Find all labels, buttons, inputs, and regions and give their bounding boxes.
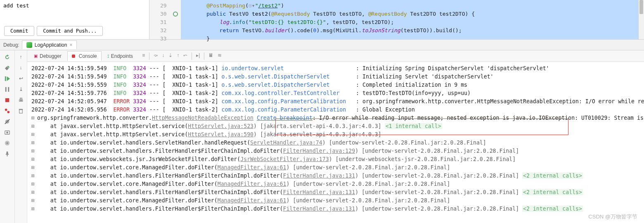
run-gutter-icon[interactable]	[173, 12, 178, 17]
svg-rect-12	[19, 109, 23, 109]
close-icon[interactable]: ×	[69, 42, 72, 48]
threads-icon[interactable]: ≡	[142, 52, 145, 60]
console-side-actions: ↑ ↓ ↩ ⤓ 🖶	[15, 50, 27, 223]
clear-icon[interactable]	[17, 107, 25, 115]
trace-icon[interactable]: ≋	[218, 52, 222, 60]
run-config-label: LogApplication	[35, 42, 67, 48]
scroll-end-icon[interactable]: ⤓	[17, 85, 25, 93]
run-config-tab[interactable]: LogApplication ×	[22, 40, 77, 49]
watermark: CSDN @万物皆字节	[588, 213, 637, 221]
drop-frame-icon[interactable]: ⤺	[183, 52, 187, 60]
console-output[interactable]: 2022-07-24 14:51:59.549 INFO 3324 --- [ …	[27, 62, 644, 223]
commit-button[interactable]: Commit	[4, 26, 34, 36]
resume-icon[interactable]	[3, 74, 12, 83]
step-out-icon[interactable]: ↑	[177, 52, 179, 60]
run-to-cursor-icon[interactable]: ▸|	[196, 52, 200, 60]
spring-run-icon	[26, 42, 32, 48]
force-step-into-icon[interactable]: ⇣	[168, 52, 173, 60]
commit-message-input[interactable]	[0, 0, 149, 23]
debug-tabs: ▣Debugger Console ⟟Endpoints ≡ ⤼ ↓ ⇣ ↑ ⤺…	[27, 50, 644, 62]
tab-console[interactable]: Console	[67, 51, 102, 61]
svg-rect-11	[19, 109, 23, 113]
print-icon[interactable]: 🖶	[17, 96, 25, 104]
pause-icon[interactable]	[3, 85, 12, 93]
rerun-icon[interactable]	[3, 53, 12, 61]
commit-and-push-button[interactable]: Commit and Push...	[37, 26, 103, 36]
globe-icon: ☉▾	[249, 2, 255, 9]
debug-side-actions	[0, 50, 15, 223]
tab-debugger[interactable]: ▣Debugger	[30, 52, 66, 61]
url-path[interactable]: /test2	[258, 2, 278, 9]
editor-scrollbar[interactable]	[638, 0, 644, 39]
console-icon	[72, 55, 75, 58]
debug-title: Debug:	[3, 42, 19, 48]
view-breakpoints-icon[interactable]	[3, 107, 12, 115]
svg-rect-1	[5, 87, 7, 91]
svg-rect-3	[5, 98, 9, 102]
line-numbers: 2930313233	[149, 0, 170, 39]
settings-icon[interactable]	[3, 139, 12, 147]
pin-icon[interactable]	[3, 149, 12, 158]
svg-rect-2	[8, 87, 9, 91]
soft-wrap-icon[interactable]: ↩	[17, 74, 25, 83]
step-into-icon[interactable]: ↓	[162, 52, 164, 60]
gutter-icons[interactable]	[170, 0, 181, 39]
svg-point-9	[6, 131, 8, 133]
up-stack-icon[interactable]: ↑	[17, 53, 25, 61]
mute-breakpoints-icon[interactable]	[3, 117, 12, 126]
screenshot-icon[interactable]	[3, 128, 12, 136]
annotation: @PostMapping	[206, 2, 245, 9]
tab-endpoints[interactable]: ⟟Endpoints	[103, 52, 137, 61]
stop-icon[interactable]	[3, 96, 12, 104]
svg-point-4	[5, 108, 7, 111]
code-editor[interactable]: 2930313233 @PostMapping(☉▾"/test2") publ…	[149, 0, 644, 39]
svg-point-5	[7, 111, 10, 113]
svg-rect-0	[5, 76, 6, 81]
commit-panel: Commit Commit and Push...	[0, 0, 149, 39]
evaluate-icon[interactable]: 🖩	[208, 52, 213, 60]
down-stack-icon[interactable]: ↓	[17, 64, 25, 72]
step-over-icon[interactable]: ⤼	[154, 52, 158, 60]
modify-run-icon[interactable]	[3, 64, 12, 72]
